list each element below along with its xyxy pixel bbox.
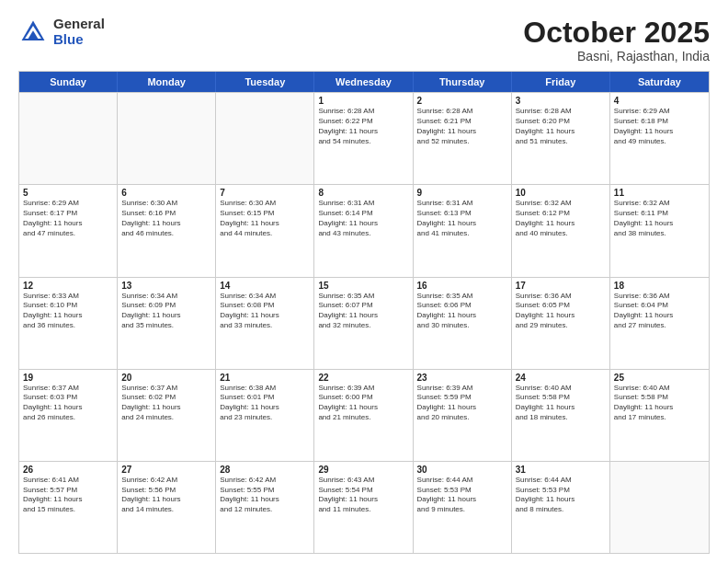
calendar-cell: 8Sunrise: 6:31 AM Sunset: 6:14 PM Daylig… xyxy=(314,185,413,276)
day-info: Sunrise: 6:38 AM Sunset: 6:01 PM Dayligh… xyxy=(220,384,310,423)
calendar-cell: 4Sunrise: 6:29 AM Sunset: 6:18 PM Daylig… xyxy=(610,93,709,184)
month-title: October 2025 xyxy=(523,17,710,49)
calendar-cell: 25Sunrise: 6:40 AM Sunset: 5:58 PM Dayli… xyxy=(610,370,709,461)
title-block: October 2025 Basni, Rajasthan, India xyxy=(523,17,710,63)
day-number: 3 xyxy=(516,96,606,106)
day-info: Sunrise: 6:43 AM Sunset: 5:54 PM Dayligh… xyxy=(318,476,408,515)
day-number: 14 xyxy=(220,281,310,291)
day-info: Sunrise: 6:39 AM Sunset: 6:00 PM Dayligh… xyxy=(318,384,408,423)
day-info: Sunrise: 6:44 AM Sunset: 5:53 PM Dayligh… xyxy=(417,476,507,515)
calendar-cell: 29Sunrise: 6:43 AM Sunset: 5:54 PM Dayli… xyxy=(314,462,413,553)
calendar-cell: 12Sunrise: 6:33 AM Sunset: 6:10 PM Dayli… xyxy=(19,278,118,369)
day-number: 1 xyxy=(318,96,408,106)
day-number: 22 xyxy=(318,373,408,383)
calendar-cell: 6Sunrise: 6:30 AM Sunset: 6:16 PM Daylig… xyxy=(118,185,216,276)
calendar-row: 26Sunrise: 6:41 AM Sunset: 5:57 PM Dayli… xyxy=(19,461,709,553)
day-number: 11 xyxy=(614,188,705,198)
day-number: 17 xyxy=(516,281,606,291)
calendar-cell: 19Sunrise: 6:37 AM Sunset: 6:03 PM Dayli… xyxy=(19,370,118,461)
header: General Blue October 2025 Basni, Rajasth… xyxy=(18,17,710,63)
day-info: Sunrise: 6:32 AM Sunset: 6:11 PM Dayligh… xyxy=(614,199,705,238)
day-info: Sunrise: 6:35 AM Sunset: 6:06 PM Dayligh… xyxy=(417,292,507,331)
day-number: 9 xyxy=(417,188,507,198)
calendar-cell: 14Sunrise: 6:34 AM Sunset: 6:08 PM Dayli… xyxy=(216,278,314,369)
calendar-day-header: Friday xyxy=(512,72,610,92)
calendar-cell: 22Sunrise: 6:39 AM Sunset: 6:00 PM Dayli… xyxy=(314,370,413,461)
day-number: 30 xyxy=(417,465,507,475)
calendar-day-header: Saturday xyxy=(610,72,709,92)
calendar-cell: 27Sunrise: 6:42 AM Sunset: 5:56 PM Dayli… xyxy=(118,462,216,553)
day-info: Sunrise: 6:32 AM Sunset: 6:12 PM Dayligh… xyxy=(516,199,606,238)
day-info: Sunrise: 6:28 AM Sunset: 6:22 PM Dayligh… xyxy=(318,107,408,146)
calendar-row: 12Sunrise: 6:33 AM Sunset: 6:10 PM Dayli… xyxy=(19,277,709,369)
logo-icon xyxy=(18,17,48,47)
calendar-cell: 1Sunrise: 6:28 AM Sunset: 6:22 PM Daylig… xyxy=(314,93,413,184)
day-info: Sunrise: 6:28 AM Sunset: 6:20 PM Dayligh… xyxy=(516,107,606,146)
day-info: Sunrise: 6:29 AM Sunset: 6:18 PM Dayligh… xyxy=(614,107,705,146)
day-number: 12 xyxy=(23,281,113,291)
logo: General Blue xyxy=(18,17,105,47)
day-info: Sunrise: 6:42 AM Sunset: 5:56 PM Dayligh… xyxy=(121,476,211,515)
calendar-cell: 13Sunrise: 6:34 AM Sunset: 6:09 PM Dayli… xyxy=(118,278,216,369)
calendar-cell: 20Sunrise: 6:37 AM Sunset: 6:02 PM Dayli… xyxy=(118,370,216,461)
calendar-day-header: Wednesday xyxy=(314,72,413,92)
day-number: 28 xyxy=(220,465,310,475)
day-info: Sunrise: 6:31 AM Sunset: 6:13 PM Dayligh… xyxy=(417,199,507,238)
calendar-cell: 24Sunrise: 6:40 AM Sunset: 5:58 PM Dayli… xyxy=(512,370,610,461)
day-number: 18 xyxy=(614,281,705,291)
day-number: 2 xyxy=(417,96,507,106)
calendar-cell-empty xyxy=(19,93,118,184)
day-info: Sunrise: 6:30 AM Sunset: 6:16 PM Dayligh… xyxy=(121,199,211,238)
calendar-cell: 31Sunrise: 6:44 AM Sunset: 5:53 PM Dayli… xyxy=(512,462,610,553)
day-info: Sunrise: 6:37 AM Sunset: 6:03 PM Dayligh… xyxy=(23,384,113,423)
calendar-cell: 10Sunrise: 6:32 AM Sunset: 6:12 PM Dayli… xyxy=(512,185,610,276)
day-number: 21 xyxy=(220,373,310,383)
calendar-row: 5Sunrise: 6:29 AM Sunset: 6:17 PM Daylig… xyxy=(19,184,709,276)
day-info: Sunrise: 6:29 AM Sunset: 6:17 PM Dayligh… xyxy=(23,199,113,238)
day-info: Sunrise: 6:39 AM Sunset: 5:59 PM Dayligh… xyxy=(417,384,507,423)
day-number: 25 xyxy=(614,373,705,383)
day-info: Sunrise: 6:31 AM Sunset: 6:14 PM Dayligh… xyxy=(318,199,408,238)
day-info: Sunrise: 6:28 AM Sunset: 6:21 PM Dayligh… xyxy=(417,107,507,146)
day-info: Sunrise: 6:41 AM Sunset: 5:57 PM Dayligh… xyxy=(23,476,113,515)
calendar-cell: 17Sunrise: 6:36 AM Sunset: 6:05 PM Dayli… xyxy=(512,278,610,369)
day-number: 13 xyxy=(121,281,211,291)
day-info: Sunrise: 6:34 AM Sunset: 6:09 PM Dayligh… xyxy=(121,292,211,331)
day-info: Sunrise: 6:36 AM Sunset: 6:04 PM Dayligh… xyxy=(614,292,705,331)
calendar-cell-empty xyxy=(216,93,314,184)
calendar-cell: 16Sunrise: 6:35 AM Sunset: 6:06 PM Dayli… xyxy=(414,278,512,369)
day-number: 31 xyxy=(516,465,606,475)
calendar-cell: 21Sunrise: 6:38 AM Sunset: 6:01 PM Dayli… xyxy=(216,370,314,461)
day-number: 26 xyxy=(23,465,113,475)
calendar-cell: 28Sunrise: 6:42 AM Sunset: 5:55 PM Dayli… xyxy=(216,462,314,553)
calendar-day-header: Tuesday xyxy=(216,72,314,92)
calendar-day-header: Thursday xyxy=(414,72,512,92)
day-number: 8 xyxy=(318,188,408,198)
day-info: Sunrise: 6:36 AM Sunset: 6:05 PM Dayligh… xyxy=(516,292,606,331)
calendar-cell: 11Sunrise: 6:32 AM Sunset: 6:11 PM Dayli… xyxy=(610,185,709,276)
day-info: Sunrise: 6:40 AM Sunset: 5:58 PM Dayligh… xyxy=(516,384,606,423)
calendar-cell: 2Sunrise: 6:28 AM Sunset: 6:21 PM Daylig… xyxy=(414,93,512,184)
calendar-cell: 9Sunrise: 6:31 AM Sunset: 6:13 PM Daylig… xyxy=(414,185,512,276)
calendar-cell-empty xyxy=(118,93,216,184)
calendar-day-header: Sunday xyxy=(19,72,118,92)
logo-blue-text: Blue xyxy=(53,32,105,48)
calendar-row: 19Sunrise: 6:37 AM Sunset: 6:03 PM Dayli… xyxy=(19,369,709,461)
day-number: 24 xyxy=(516,373,606,383)
day-number: 16 xyxy=(417,281,507,291)
calendar-cell: 23Sunrise: 6:39 AM Sunset: 5:59 PM Dayli… xyxy=(414,370,512,461)
day-info: Sunrise: 6:33 AM Sunset: 6:10 PM Dayligh… xyxy=(23,292,113,331)
logo-general-text: General xyxy=(53,17,105,32)
calendar-cell: 7Sunrise: 6:30 AM Sunset: 6:15 PM Daylig… xyxy=(216,185,314,276)
location-subtitle: Basni, Rajasthan, India xyxy=(523,49,710,63)
day-info: Sunrise: 6:35 AM Sunset: 6:07 PM Dayligh… xyxy=(318,292,408,331)
calendar-cell: 18Sunrise: 6:36 AM Sunset: 6:04 PM Dayli… xyxy=(610,278,709,369)
day-number: 7 xyxy=(220,188,310,198)
day-number: 23 xyxy=(417,373,507,383)
calendar-cell: 26Sunrise: 6:41 AM Sunset: 5:57 PM Dayli… xyxy=(19,462,118,553)
calendar-day-header: Monday xyxy=(118,72,216,92)
day-info: Sunrise: 6:30 AM Sunset: 6:15 PM Dayligh… xyxy=(220,199,310,238)
day-number: 5 xyxy=(23,188,113,198)
day-number: 4 xyxy=(614,96,705,106)
calendar-cell: 5Sunrise: 6:29 AM Sunset: 6:17 PM Daylig… xyxy=(19,185,118,276)
